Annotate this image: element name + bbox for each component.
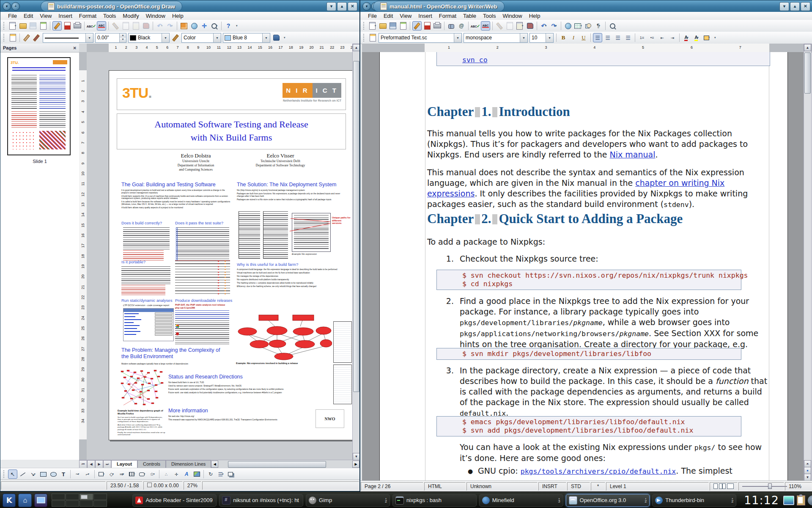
code-link[interactable]: svn co [462, 56, 488, 64]
new-document-icon[interactable]: ▾ [8, 21, 17, 30]
toolbar-grip[interactable] [3, 34, 6, 41]
cut-icon[interactable] [495, 21, 504, 30]
spellcheck-icon[interactable]: ABC [471, 21, 480, 30]
chart-icon[interactable] [179, 21, 189, 30]
task-adobe-reader[interactable]: Adobe Reader - Sinter2009 [132, 494, 217, 507]
select-tool-icon[interactable]: ↖ [8, 469, 17, 479]
decrease-indent-icon[interactable]: ⇤ [658, 33, 667, 42]
font-color-icon[interactable]: A▾ [682, 33, 691, 42]
block-arrows-icon[interactable]: ⇒▾ [117, 469, 126, 479]
fontwork-icon[interactable]: A [182, 469, 191, 479]
toolbar-overflow-icon[interactable]: ▾ [714, 36, 716, 39]
undo-icon[interactable]: ↶▾ [539, 21, 549, 30]
symbol-shapes-icon[interactable]: ◇▾ [107, 469, 116, 479]
zoom-icon[interactable] [608, 21, 617, 30]
task-gimp[interactable]: Gimp2 [306, 494, 390, 507]
italic-icon[interactable]: I [569, 33, 578, 42]
toolbar-overflow-icon[interactable]: ▾ [236, 24, 238, 28]
find-replace-icon[interactable] [447, 21, 456, 30]
tray-circle-icon[interactable] [808, 495, 812, 505]
zoom-level[interactable]: 110% [785, 482, 812, 491]
paste-icon[interactable]: ▾ [515, 21, 524, 30]
show-draw-functions-icon[interactable] [584, 21, 593, 30]
menu-item[interactable]: Table [460, 13, 480, 19]
line-tool-icon[interactable] [18, 469, 27, 479]
basic-shapes-icon[interactable]: ▾ [97, 469, 106, 479]
save-icon[interactable] [28, 21, 38, 30]
alignment-icon[interactable]: ☰▾ [216, 469, 225, 479]
highlight-color-icon[interactable]: A▾ [692, 33, 701, 42]
nonprinting-chars-icon[interactable]: ¶▾ [594, 21, 603, 30]
paste-icon[interactable] [131, 21, 140, 30]
hyperlink-icon[interactable] [563, 21, 573, 30]
rectangle-tool-icon[interactable] [38, 469, 48, 479]
toolbar-overflow-icon[interactable]: ▾ [284, 36, 285, 39]
zoom-slider[interactable] [738, 482, 784, 491]
task-irc-konversation[interactable]: # niksnut on #nixos (+tnc): ht [219, 494, 303, 507]
writer-canvas[interactable]: svn co Chapter1.Introduction This manual… [362, 52, 804, 480]
increase-indent-icon[interactable]: ⇥ [668, 33, 677, 42]
writer-vertical-scrollbar[interactable]: ▲ ⏶ ● ▼ [804, 44, 812, 481]
edit-file-icon[interactable] [412, 21, 422, 30]
hyperlink-icon[interactable] [189, 21, 199, 30]
toolbar-grip[interactable] [363, 34, 366, 41]
fill-type-select[interactable]: Color▼ [181, 33, 221, 43]
prev-page-icon[interactable]: ◀ [87, 460, 95, 468]
insert-table-icon[interactable]: ▾ [573, 21, 583, 30]
first-page-icon[interactable]: ⏮ [79, 460, 87, 468]
connector-tool-icon[interactable]: ⌐▾ [83, 469, 92, 479]
writer-titlebar[interactable]: ▾ + manual.html - OpenOffice.org Writer/… [360, 0, 812, 12]
view-layout-icons[interactable] [710, 482, 738, 491]
menu-item[interactable]: Edit [380, 13, 396, 19]
nix-manual-link[interactable]: Nix manual [610, 150, 656, 159]
draw-horizontal-ruler[interactable]: 123456789101112131415161718192021222324 [87, 44, 376, 52]
menu-item[interactable]: Modify [119, 13, 142, 19]
menu-item[interactable]: Edit [20, 13, 36, 19]
draw-canvas[interactable]: 3TU. N I RI C T Netherlands Institute fo… [87, 52, 352, 460]
underline-icon[interactable]: U [579, 33, 588, 42]
rotate-icon[interactable]: ↻ [206, 469, 215, 479]
document-page[interactable]: svn co Chapter1.Introduction This manual… [379, 52, 788, 480]
window-menu-icon[interactable]: ▾ [362, 2, 371, 11]
taskbar-clock[interactable]: 11:12 [744, 494, 779, 507]
menu-item[interactable]: Insert [55, 13, 76, 19]
toolbar-grip[interactable] [3, 470, 6, 478]
insert-picture-icon[interactable] [192, 469, 201, 479]
auto-spellcheck-icon[interactable]: ABC [97, 21, 106, 30]
zoom-level[interactable]: 27% [184, 481, 201, 490]
kmenu-icon[interactable]: K [3, 494, 16, 507]
callouts-icon[interactable]: ▾ [137, 469, 147, 479]
next-page-icon[interactable]: ▶ [95, 460, 103, 468]
minimize-button[interactable]: ▾ [326, 2, 336, 11]
navigator-icon[interactable]: ✛ [200, 21, 209, 30]
new-document-icon[interactable]: ▾ [368, 21, 377, 30]
export-icon[interactable] [38, 21, 48, 30]
sticky-icon[interactable]: + [11, 2, 20, 11]
spellcheck-icon[interactable]: ABC [87, 21, 96, 30]
save-icon[interactable] [388, 21, 398, 30]
bullet-list-icon[interactable]: •≡ [647, 33, 657, 42]
tab-controls[interactable]: Controls [137, 460, 166, 468]
slide-thumbnail[interactable]: 3TU. [7, 57, 71, 155]
selection-mode[interactable]: STD [567, 482, 590, 491]
glue-points-icon[interactable]: ✛ [172, 469, 181, 479]
language-indicator[interactable]: Unknown [466, 482, 538, 491]
cpio-link[interactable]: pkgs/tools/archivers/cpio/default.nix [521, 467, 676, 475]
slide-label[interactable]: Slide 1 [0, 159, 79, 164]
menu-item[interactable]: File [5, 13, 20, 19]
flowcharts-icon[interactable]: ▾ [127, 469, 137, 479]
menu-item[interactable]: Tools [100, 13, 119, 19]
paragraph-style-select[interactable]: Preformatted Text.sc▼ [379, 33, 462, 43]
task-minefield[interactable]: Minefield3 [479, 494, 563, 507]
line-color-select[interactable]: Black▼ [128, 33, 170, 43]
html-source-icon[interactable]: @ [457, 21, 466, 30]
fill-color-select[interactable]: Blue 8▼ [223, 33, 270, 43]
edit-points-icon[interactable]: ∴ [162, 469, 171, 479]
desktop-pager[interactable] [52, 494, 107, 507]
line-tool-icon[interactable] [22, 33, 31, 42]
menu-item[interactable]: Tools [480, 13, 499, 19]
menu-item[interactable]: Format [436, 13, 460, 19]
tab-layout[interactable]: Layout [111, 460, 137, 468]
menu-item[interactable]: Help [526, 13, 544, 19]
menu-item[interactable]: Window [499, 13, 525, 19]
